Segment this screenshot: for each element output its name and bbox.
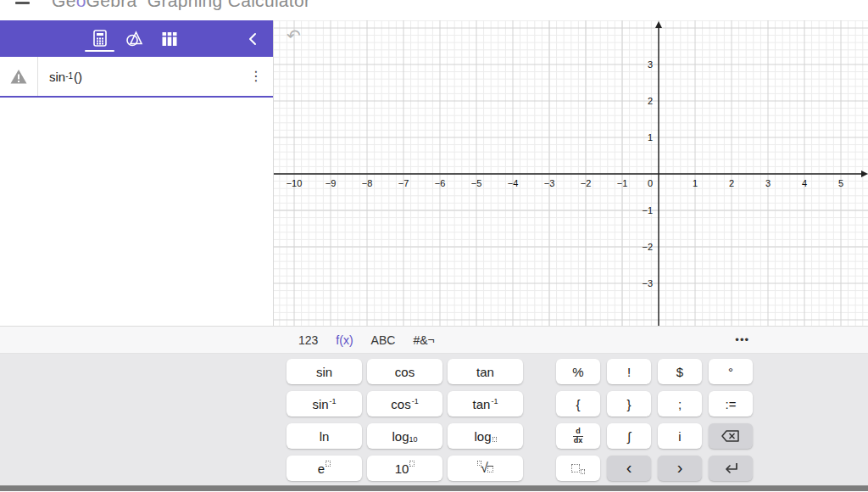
tab-table[interactable] (152, 20, 186, 57)
keyboard-tab-bar: 123f(x)ABC#&¬••• (0, 326, 868, 354)
expression-base: sin (49, 70, 65, 84)
y-tick-label: 1 (648, 132, 653, 143)
x-tick-label: −8 (362, 178, 373, 188)
graphics-view[interactable]: −10−9−8−7−6−5−4−3−2−112345321−1−2−30 ↶ (274, 20, 868, 326)
graph-canvas[interactable]: −10−9−8−7−6−5−4−3−2−112345321−1−2−30 (274, 20, 868, 326)
x-tick-label: −1 (617, 178, 628, 188)
y-tick-label: 3 (648, 59, 653, 70)
algebra-panel: sin-1() ⋮ (0, 20, 274, 326)
algebra-toolbar (0, 20, 273, 57)
y-tick-label: −1 (642, 205, 653, 215)
key-percent[interactable]: % (556, 359, 600, 384)
y-tick-label: 2 (648, 96, 653, 106)
main-area: sin-1() ⋮ −10−9−8−7−6−5−4−3−2−112345321−… (0, 20, 868, 326)
algebra-panel-empty (0, 98, 273, 326)
backspace-icon (721, 429, 741, 443)
key-arccos[interactable]: cos-1 (367, 391, 442, 417)
chevron-left-icon (248, 32, 258, 46)
x-tick-label: −2 (581, 178, 592, 188)
x-tick-label: −10 (287, 178, 303, 188)
algebra-input-row[interactable]: sin-1() ⋮ (0, 57, 273, 98)
keyboard-tab-abc[interactable]: ABC (371, 333, 396, 347)
key-degree[interactable]: ° (709, 359, 753, 384)
key-brace-close[interactable]: } (607, 391, 651, 417)
x-tick-label: 5 (838, 178, 843, 188)
undo-icon[interactable]: ↶ (287, 25, 301, 46)
y-tick-label: −3 (642, 278, 653, 288)
key-factorial[interactable]: ! (607, 359, 651, 384)
table-icon (160, 31, 179, 48)
geometry-icon (125, 30, 144, 48)
x-tick-label: 2 (729, 178, 734, 188)
virtual-keyboard: sincostan%!$°sin-1cos-1tan-1{};:=lnlog10… (0, 354, 868, 485)
key-arcsin[interactable]: sin-1 (287, 391, 362, 417)
keyboard-tab-123[interactable]: 123 (298, 333, 318, 347)
expression-sup: -1 (65, 71, 73, 81)
key-cursor-right[interactable]: › (658, 456, 702, 481)
key-ln[interactable]: ln (287, 423, 362, 449)
collapse-panel-button[interactable] (242, 20, 263, 57)
key-backspace[interactable] (709, 423, 753, 449)
key-assign[interactable]: := (709, 391, 753, 417)
key-imaginary[interactable]: i (658, 423, 702, 449)
tab-geometry[interactable] (117, 20, 152, 57)
x-tick-label: −5 (471, 178, 482, 188)
key-semicolon[interactable]: ; (658, 391, 702, 417)
keyboard-tab-fx[interactable]: f(x) (336, 333, 353, 347)
key-brace-open[interactable]: { (556, 391, 600, 417)
x-tick-label: −7 (398, 178, 409, 188)
enter-icon (722, 462, 739, 474)
warning-icon (9, 68, 28, 85)
row-menu-icon[interactable]: ⋮ (246, 68, 266, 85)
key-enter[interactable] (709, 456, 753, 481)
keyboard-row: sin-1cos-1tan-1{};:= (287, 391, 760, 417)
x-tick-label: −3 (544, 178, 555, 188)
key-cos[interactable]: cos (367, 359, 442, 384)
expression-suffix: () (74, 70, 82, 84)
x-tick-label: −6 (435, 178, 446, 188)
key-log-base[interactable]: log (448, 423, 523, 449)
app-header: GeoGebra Graphing Calculator (0, 0, 868, 20)
key-integral[interactable]: ∫ (607, 423, 651, 449)
key-sin[interactable]: sin (287, 359, 362, 384)
x-tick-label: 4 (802, 178, 807, 188)
calculator-icon (91, 29, 109, 49)
tab-algebra-calculator[interactable] (82, 20, 117, 57)
x-tick-label: 1 (693, 178, 698, 188)
key-nth-root[interactable]: √ (448, 456, 523, 481)
x-tick-label: −9 (326, 178, 337, 188)
expression-input[interactable]: sin-1() (38, 57, 82, 96)
key-cursor-left[interactable]: ‹ (607, 456, 651, 481)
key-subscript[interactable] (556, 456, 600, 481)
key-derivative[interactable]: ddx (556, 423, 600, 449)
y-tick-label: −2 (642, 242, 653, 252)
origin-label: 0 (648, 178, 653, 188)
key-arctan[interactable]: tan-1 (448, 391, 523, 417)
key-dollar[interactable]: $ (658, 359, 702, 384)
x-tick-label: 3 (765, 178, 771, 188)
key-ten-power[interactable]: 10 (367, 456, 442, 481)
key-tan[interactable]: tan (448, 359, 523, 384)
key-e-power[interactable]: e (287, 456, 362, 481)
menu-icon[interactable] (15, 0, 30, 4)
warning-cell (0, 57, 38, 96)
active-tool-underline (85, 50, 114, 52)
keyboard-row: sincostan%!$° (287, 359, 760, 384)
keyboard-row: lnlog10logddx∫i (287, 423, 760, 449)
key-log10[interactable]: log10 (367, 423, 442, 449)
page-title: GeoGebra Graphing Calculator (52, 0, 310, 11)
keyboard-tab-[interactable]: #&¬ (413, 333, 434, 347)
x-tick-label: −4 (508, 178, 519, 188)
keyboard-row: e10√‹› (287, 456, 760, 481)
keyboard-more-button[interactable]: ••• (735, 333, 749, 345)
